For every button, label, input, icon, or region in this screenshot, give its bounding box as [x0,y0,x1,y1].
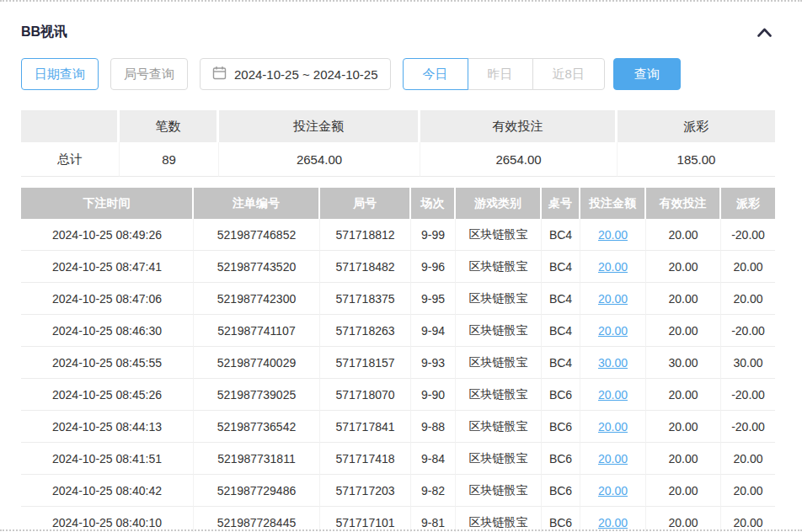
session-cell: 9-96 [411,251,456,283]
table-row: 2024-10-25 08:45:26521987739025571718070… [21,379,775,411]
collapse-button[interactable] [754,24,775,40]
date-range-input[interactable]: 2024-10-25 ~ 2024-10-25 [200,58,391,90]
game-type-cell: 区块链骰宝 [456,411,542,443]
bet-amount-link[interactable]: 30.00 [598,356,628,370]
table-row: 2024-10-25 08:47:06521987742300571718375… [21,283,775,315]
summary-table: 笔数 投注金额 有效投注 派彩 总计 89 2654.00 2654.00 18… [21,110,775,177]
bet-amount-link[interactable]: 20.00 [598,452,628,466]
table-row: 2024-10-25 08:47:41521987743520571718482… [21,251,775,283]
valid-bet-cell: 30.00 [646,347,721,379]
table-no-cell: BC6 [542,411,580,443]
bet-amount-link[interactable]: 20.00 [598,420,628,434]
session-cell: 9-82 [411,475,456,507]
table-no-cell: BC6 [542,507,580,532]
round-id-cell: 571718375 [320,283,411,315]
bet-time-cell: 2024-10-25 08:47:41 [21,251,194,283]
col-header-order-id: 注单编号 [194,188,320,219]
calendar-icon [212,66,227,82]
round-id-cell: 571718157 [320,347,411,379]
bet-table-header-row: 下注时间 注单编号 局号 场次 游戏类别 桌号 投注金额 有效投注 派彩 [21,188,775,219]
quick-last8days-button[interactable]: 近8日 [532,58,605,90]
summary-total-label: 总计 [21,142,120,177]
payout-cell: -20.00 [721,315,775,347]
valid-bet-cell: 20.00 [646,315,721,347]
col-header-bet-amount: 投注金额 [580,188,646,219]
bet-time-cell: 2024-10-25 08:45:55 [21,347,194,379]
bet-time-cell: 2024-10-25 08:47:06 [21,283,194,315]
bet-amount-cell: 30.00 [580,347,646,379]
bet-amount-link[interactable]: 20.00 [598,292,628,306]
search-button[interactable]: 查询 [613,58,681,90]
session-cell: 9-88 [411,411,456,443]
game-type-cell: 区块链骰宝 [456,315,542,347]
col-header-payout: 派彩 [721,188,775,219]
order-id-cell: 521987739025 [194,379,320,411]
bet-time-cell: 2024-10-25 08:49:26 [21,219,194,251]
table-no-cell: BC4 [542,219,580,251]
game-type-cell: 区块链骰宝 [456,443,542,475]
round-id-cell: 571718812 [320,219,411,251]
summary-col-bet-amount: 投注金额 [219,110,420,142]
table-no-cell: BC4 [542,347,580,379]
summary-total-row: 总计 89 2654.00 2654.00 185.00 [21,142,775,177]
bet-amount-link[interactable]: 20.00 [598,260,628,274]
bb-video-panel: BB视讯 日期查询 局号查询 2024-10-25 ~ 2024-10-25 今… [0,0,802,532]
table-row: 2024-10-25 08:45:55521987740029571718157… [21,347,775,379]
session-cell: 9-93 [411,347,456,379]
bet-time-cell: 2024-10-25 08:41:51 [21,443,194,475]
bet-amount-cell: 20.00 [580,251,646,283]
order-id-cell: 521987729486 [194,475,320,507]
valid-bet-cell: 20.00 [646,443,721,475]
summary-col-empty [21,110,120,142]
round-query-tab[interactable]: 局号查询 [110,58,188,90]
bet-amount-link[interactable]: 20.00 [598,228,628,242]
order-id-cell: 521987731811 [194,443,320,475]
order-id-cell: 521987740029 [194,347,320,379]
col-header-game-type: 游戏类别 [456,188,542,219]
order-id-cell: 521987746852 [194,219,320,251]
valid-bet-cell: 20.00 [646,379,721,411]
session-cell: 9-81 [411,507,456,532]
summary-col-payout: 派彩 [618,110,775,142]
bet-time-cell: 2024-10-25 08:46:30 [21,315,194,347]
filter-bar: 日期查询 局号查询 2024-10-25 ~ 2024-10-25 今日 昨日 … [21,58,775,90]
session-cell: 9-95 [411,283,456,315]
game-type-cell: 区块链骰宝 [456,283,542,315]
session-cell: 9-90 [411,379,456,411]
bet-time-cell: 2024-10-25 08:45:26 [21,379,194,411]
game-type-cell: 区块链骰宝 [456,347,542,379]
order-id-cell: 521987728445 [194,507,320,532]
chevron-up-icon [757,27,772,40]
round-id-cell: 571717841 [320,411,411,443]
valid-bet-cell: 20.00 [646,507,721,532]
quick-today-button[interactable]: 今日 [403,58,468,90]
valid-bet-cell: 20.00 [646,475,721,507]
bet-amount-link[interactable]: 20.00 [598,324,628,338]
bet-table: 下注时间 注单编号 局号 场次 游戏类别 桌号 投注金额 有效投注 派彩 202… [21,188,775,532]
round-id-cell: 571718263 [320,315,411,347]
date-query-tab[interactable]: 日期查询 [21,58,99,90]
col-header-table-no: 桌号 [542,188,580,219]
game-type-cell: 区块链骰宝 [456,251,542,283]
payout-cell: 20.00 [721,251,775,283]
valid-bet-cell: 20.00 [646,411,721,443]
bet-amount-link[interactable]: 20.00 [598,484,628,497]
valid-bet-cell: 20.00 [646,219,721,251]
summary-col-count: 笔数 [120,110,219,142]
bet-amount-link[interactable]: 20.00 [598,388,628,402]
bet-amount-cell: 20.00 [580,443,646,475]
valid-bet-cell: 20.00 [646,283,721,315]
table-row: 2024-10-25 08:40:10521987728445571717101… [21,507,775,532]
bet-amount-link[interactable]: 20.00 [598,516,628,529]
bottom-dotted-divider [0,529,802,531]
table-no-cell: BC4 [542,283,580,315]
round-id-cell: 571718482 [320,251,411,283]
quick-yesterday-button[interactable]: 昨日 [468,58,533,90]
bet-amount-cell: 20.00 [580,475,646,507]
col-header-valid-bet: 有效投注 [646,188,721,219]
bet-time-cell: 2024-10-25 08:40:42 [21,475,194,507]
order-id-cell: 521987743520 [194,251,320,283]
order-id-cell: 521987742300 [194,283,320,315]
game-type-cell: 区块链骰宝 [456,475,542,507]
col-header-bet-time: 下注时间 [21,188,194,219]
